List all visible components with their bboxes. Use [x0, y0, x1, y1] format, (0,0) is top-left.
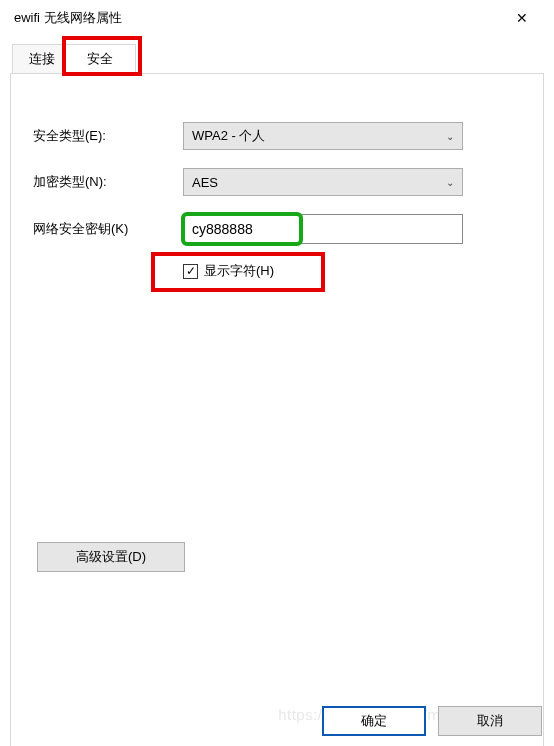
advanced-settings-button[interactable]: 高级设置(D)	[37, 542, 185, 572]
dialog-footer: 确定 取消	[322, 706, 542, 736]
tab-panel: 安全类型(E): WPA2 - 个人 ⌄ 加密类型(N): AES ⌄ 网络安全…	[10, 74, 544, 746]
checkmark-icon: ✓	[186, 264, 196, 278]
button-label: 确定	[361, 712, 387, 730]
title-bar: ewifi 无线网络属性 ✕	[0, 0, 554, 36]
label-network-key: 网络安全密钥(K)	[33, 220, 183, 238]
chevron-down-icon: ⌄	[446, 131, 454, 142]
dropdown-security-type[interactable]: WPA2 - 个人 ⌄	[183, 122, 463, 150]
chevron-down-icon: ⌄	[446, 177, 454, 188]
tab-strip: 连接 安全	[10, 40, 544, 74]
close-icon: ✕	[516, 10, 528, 26]
button-label: 取消	[477, 712, 503, 730]
tab-label: 连接	[29, 50, 55, 68]
row-encryption-type: 加密类型(N): AES ⌄	[33, 168, 521, 196]
label-show-chars: 显示字符(H)	[204, 262, 274, 280]
label-security-type: 安全类型(E):	[33, 127, 183, 145]
row-security-type: 安全类型(E): WPA2 - 个人 ⌄	[33, 122, 521, 150]
row-show-chars: ✓ 显示字符(H)	[183, 262, 521, 280]
cancel-button[interactable]: 取消	[438, 706, 542, 736]
window-title: ewifi 无线网络属性	[14, 9, 500, 27]
close-button[interactable]: ✕	[500, 2, 544, 34]
dropdown-value: AES	[192, 175, 446, 190]
tab-label: 安全	[87, 50, 113, 68]
label-encryption-type: 加密类型(N):	[33, 173, 183, 191]
button-label: 高级设置(D)	[76, 548, 146, 566]
row-network-key: 网络安全密钥(K)	[33, 214, 521, 244]
tab-connection[interactable]: 连接	[12, 44, 72, 74]
checkbox-show-chars[interactable]: ✓	[183, 264, 198, 279]
ok-button[interactable]: 确定	[322, 706, 426, 736]
dropdown-encryption-type[interactable]: AES ⌄	[183, 168, 463, 196]
tab-security[interactable]: 安全	[64, 44, 136, 74]
input-network-key[interactable]	[183, 214, 463, 244]
dropdown-value: WPA2 - 个人	[192, 127, 446, 145]
